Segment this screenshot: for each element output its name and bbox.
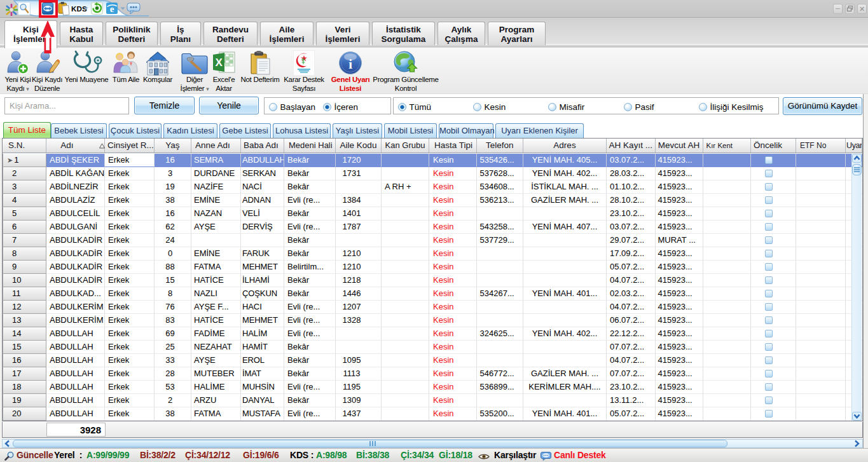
svg-text:i: i [348,57,352,72]
svg-text:X: X [215,57,223,69]
